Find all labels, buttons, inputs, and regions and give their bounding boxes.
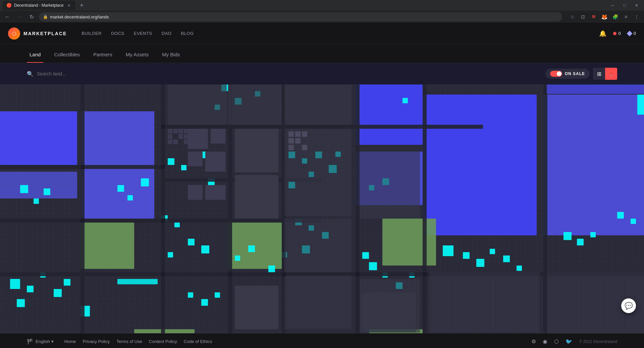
playlist-button[interactable]: ≡ [621,12,631,21]
toggle-switch[interactable] [550,71,562,77]
svg-rect-97 [168,139,172,144]
svg-rect-138 [161,272,165,276]
nav-dao[interactable]: DAO [162,31,172,36]
footer: 🏴 English ▾ Home Privacy Policy Terms of… [0,333,644,348]
svg-rect-121 [295,138,301,143]
svg-rect-127 [215,292,220,298]
footer-links: Home Privacy Policy Terms of Use Content… [64,339,212,344]
bell-icon[interactable]: 🔔 [599,30,606,37]
svg-rect-124 [117,279,158,284]
svg-rect-106 [168,84,227,125]
footer-home[interactable]: Home [64,339,76,344]
mana-icon [613,32,616,35]
browser-chrome: Decentraland - Marketplace ✕ + ─ □ ✕ ← →… [0,0,644,23]
svg-rect-109 [235,129,278,172]
svg-rect-75 [590,232,596,237]
chevron-down-icon: ▾ [51,339,54,344]
svg-rect-67 [443,245,453,256]
map-view-button[interactable]: 📍 [605,68,617,80]
svg-rect-37 [201,245,209,253]
url-bar[interactable]: 🔒 market.decentraland.org/lands [39,12,562,21]
svg-rect-20 [17,299,25,307]
mana-count: 0 [619,31,621,36]
grid-view-button[interactable]: ⊞ [593,68,605,80]
nav-partners[interactable]: Partners [91,52,115,63]
svg-rect-15 [20,185,28,193]
bookmark-button[interactable]: ☆ [568,12,577,21]
svg-rect-92 [178,129,183,133]
cast-button[interactable]: ⊡ [578,12,588,21]
new-tab-button[interactable]: + [77,1,86,10]
svg-rect-57 [268,266,275,272]
svg-rect-101 [211,129,225,143]
svg-rect-63 [369,262,377,270]
toggle-knob [557,71,561,76]
nav-builder[interactable]: BUILDER [82,31,102,36]
svg-rect-88 [423,84,427,333]
svg-rect-87 [356,84,360,333]
minimize-button[interactable]: ─ [608,1,617,10]
svg-rect-27 [141,178,149,186]
nav-blog[interactable]: BLOG [181,31,194,36]
svg-rect-26 [127,195,133,200]
svg-rect-18 [10,279,20,289]
menu-button[interactable]: ⋮ [632,12,641,21]
chat-button[interactable]: 💬 [621,298,636,313]
nav-my-bids[interactable]: My Bids [159,52,182,63]
svg-rect-113 [284,219,352,272]
svg-rect-114 [284,276,352,329]
search-area: 🔍 ON SALE ⊞ 📍 [0,63,644,84]
nav-land[interactable]: Land [27,52,43,63]
map-container[interactable]: 💬 [0,84,644,333]
fox-button[interactable]: 🦊 [600,12,609,21]
on-sale-toggle[interactable]: ON SALE [545,69,590,79]
svg-rect-35 [174,222,180,227]
brand[interactable]: ⬡ MARKETPLACE [8,27,67,40]
svg-rect-95 [178,134,183,139]
svg-rect-40 [235,255,240,261]
footer-content[interactable]: Content Policy [149,339,177,344]
footer-terms[interactable]: Terms of Use [116,339,142,344]
footer-ethics[interactable]: Code of Ethics [184,339,212,344]
nav-docs[interactable]: DOCS [111,31,124,36]
maximize-button[interactable]: □ [620,1,629,10]
tab-favicon [7,3,11,8]
search-icon: 🔍 [27,71,34,77]
footer-privacy[interactable]: Privacy Policy [83,339,110,344]
nav-events[interactable]: EVENTS [134,31,152,36]
github-icon[interactable]: ⬡ [554,338,559,345]
svg-rect-135 [161,125,165,129]
puzzle-button[interactable]: 🧩 [610,12,620,21]
reddit-icon[interactable]: ◉ [543,338,547,345]
gmail-button[interactable]: M [589,12,598,21]
svg-rect-71 [503,255,510,262]
nav-my-assets[interactable]: My Assets [123,52,151,63]
svg-rect-17 [44,188,50,195]
svg-rect-38 [168,252,173,257]
svg-rect-129 [429,272,540,333]
search-input[interactable] [37,71,540,76]
svg-rect-25 [117,185,124,192]
language-selector[interactable]: English ▾ [36,339,54,344]
svg-rect-19 [27,286,34,292]
svg-rect-77 [631,219,636,224]
browser-tab[interactable]: Decentraland - Marketplace ✕ [3,1,75,10]
svg-rect-16 [34,198,39,204]
tab-close-button[interactable]: ✕ [66,3,71,8]
forward-button[interactable]: → [15,12,24,21]
close-window-button[interactable]: ✕ [632,1,641,10]
twitter-icon[interactable]: 🐦 [566,338,572,345]
nav-collectibles[interactable]: Collectibles [51,52,83,63]
back-button[interactable]: ← [3,12,12,21]
search-box: 🔍 [27,71,540,77]
svg-rect-103 [205,152,225,172]
svg-rect-133 [80,165,85,169]
svg-rect-115 [360,152,420,219]
svg-rect-10 [80,222,134,269]
svg-rect-98 [173,139,178,144]
svg-rect-119 [302,131,307,137]
svg-rect-112 [284,129,352,216]
reload-button[interactable]: ↻ [27,12,36,21]
discord-icon[interactable]: ⚙ [531,338,536,345]
land-map[interactable] [0,84,644,333]
